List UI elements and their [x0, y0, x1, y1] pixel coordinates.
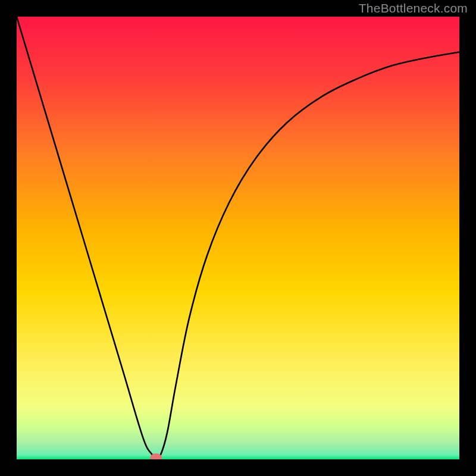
watermark-text: TheBottleneck.com	[359, 1, 468, 15]
bottleneck-chart	[17, 17, 459, 459]
chart-frame: TheBottleneck.com	[0, 0, 476, 476]
